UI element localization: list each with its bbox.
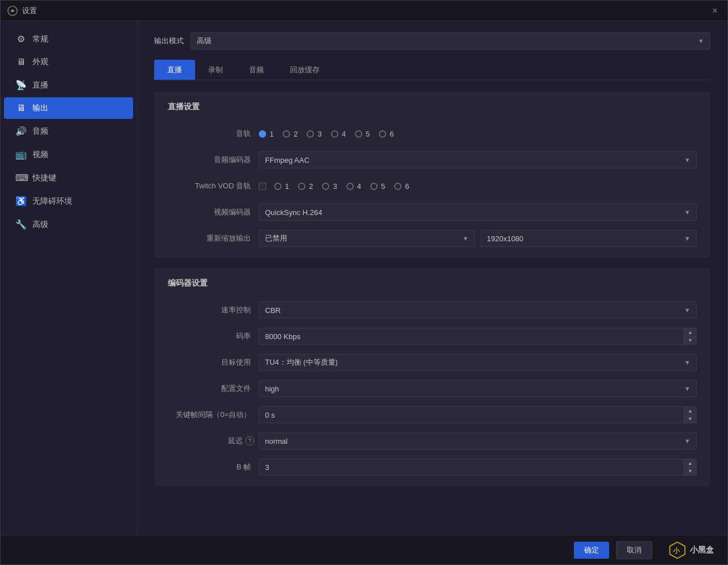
bitrate-value[interactable]: 8000 Kbps	[259, 328, 684, 344]
profile-arrow: ▼	[684, 385, 690, 392]
twitch-vod-6-label: 6	[405, 182, 409, 191]
rescale-output-select[interactable]: 已禁用 ▼	[259, 230, 475, 247]
bframes-increment-button[interactable]: ▲	[684, 459, 696, 468]
accessibility-icon: ♿	[15, 196, 27, 207]
bframes-spinbox: 3 ▲ ▼	[259, 459, 697, 476]
latency-value: normal	[265, 437, 288, 446]
main-panel: 输出模式 高级 ▼ 直播 录制 音频 回放缓存 直播设置 音轨	[137, 21, 727, 535]
bframes-value[interactable]: 3	[259, 459, 684, 475]
bitrate-increment-button[interactable]: ▲	[684, 328, 696, 337]
twitch-vod-2-label: 2	[309, 182, 313, 191]
logo-icon: 小	[668, 541, 686, 559]
close-button[interactable]: ×	[709, 5, 721, 17]
twitch-vod-5-radio[interactable]	[370, 183, 378, 190]
sidebar-item-video[interactable]: 📺 视频	[4, 143, 133, 166]
sidebar-item-stream[interactable]: 📡 直播	[4, 74, 133, 96]
twitch-vod-1-label: 1	[285, 182, 289, 191]
rescale-resolution-select[interactable]: 1920x1080 ▼	[481, 230, 697, 247]
target-usage-control: TU4：均衡 (中等质量) ▼	[259, 354, 697, 371]
target-usage-row: 目标使用 TU4：均衡 (中等质量) ▼	[168, 353, 697, 372]
tab-stream[interactable]: 直播	[154, 60, 195, 80]
audio-icon: 🔊	[15, 126, 27, 137]
sidebar-label-stream: 直播	[32, 80, 48, 90]
audio-encoder-select[interactable]: FFmpeg AAC ▼	[259, 151, 697, 168]
sidebar-label-video: 视频	[32, 150, 48, 160]
profile-select[interactable]: high ▼	[259, 380, 697, 397]
sidebar-item-general[interactable]: ⚙ 常规	[4, 28, 133, 50]
svg-text:小: 小	[672, 547, 680, 555]
audio-encoder-arrow: ▼	[684, 156, 690, 163]
target-usage-value: TU4：均衡 (中等质量)	[265, 357, 338, 368]
video-encoder-select[interactable]: QuickSync H.264 ▼	[259, 204, 697, 221]
sidebar-item-advanced[interactable]: 🔧 高级	[4, 213, 133, 236]
sidebar-label-accessibility: 无障碍环境	[32, 196, 72, 207]
latency-row: 延迟 ? normal ▼	[168, 432, 697, 450]
twitch-vod-4-label: 4	[357, 182, 361, 191]
audio-track-label: 音轨	[168, 129, 259, 139]
confirm-button[interactable]: 确定	[574, 542, 609, 559]
twitch-vod-6-radio[interactable]	[394, 183, 402, 190]
bframes-row: B 帧 3 ▲ ▼	[168, 458, 697, 476]
twitch-vod-checkbox[interactable]	[259, 183, 266, 190]
keyframe-label: 关键帧间隔（0=自动）	[168, 410, 259, 420]
audio-track-1-radio[interactable]	[259, 130, 266, 138]
keyframe-decrement-button[interactable]: ▼	[684, 415, 696, 423]
profile-control: high ▼	[259, 380, 697, 397]
twitch-vod-2-radio[interactable]	[298, 183, 305, 190]
tabs-bar: 直播 录制 音频 回放缓存	[154, 60, 710, 80]
sidebar-item-audio[interactable]: 🔊 音频	[4, 120, 133, 142]
latency-select[interactable]: normal ▼	[259, 432, 697, 449]
video-encoder-label: 视频编码器	[168, 207, 259, 217]
tab-audio[interactable]: 音频	[236, 60, 277, 80]
audio-track-6-radio[interactable]	[379, 130, 386, 138]
rescale-output-control: 已禁用 ▼ 1920x1080 ▼	[259, 230, 697, 247]
twitch-vod-3-radio[interactable]	[322, 183, 329, 190]
sidebar-item-accessibility[interactable]: ♿ 无障碍环境	[4, 190, 133, 212]
output-mode-label: 输出模式	[154, 36, 184, 46]
target-usage-label: 目标使用	[168, 357, 259, 368]
cancel-button[interactable]: 取消	[616, 541, 652, 559]
sidebar-label-hotkeys: 快捷键	[32, 173, 56, 183]
audio-track-4-radio[interactable]	[331, 130, 338, 138]
video-encoder-value: QuickSync H.264	[265, 208, 322, 217]
rescale-resolution-value: 1920x1080	[487, 234, 523, 243]
audio-track-2-label: 2	[293, 130, 297, 138]
bframes-decrement-button[interactable]: ▼	[684, 468, 696, 476]
latency-arrow: ▼	[684, 438, 690, 444]
keyframe-value[interactable]: 0 s	[259, 407, 684, 423]
profile-label: 配置文件	[168, 383, 259, 394]
sidebar-item-hotkeys[interactable]: ⌨ 快捷键	[4, 167, 133, 189]
stream-icon: 📡	[15, 80, 27, 90]
rate-control-label: 速率控制	[168, 305, 259, 315]
stream-settings-title: 直播设置	[168, 102, 697, 114]
tab-replay[interactable]: 回放缓存	[277, 60, 333, 80]
twitch-vod-5-label: 5	[381, 182, 385, 191]
output-mode-select[interactable]: 高级 ▼	[191, 32, 710, 50]
twitch-vod-1-radio[interactable]	[274, 183, 282, 190]
bitrate-decrement-button[interactable]: ▼	[684, 337, 696, 345]
rate-control-value: CBR	[265, 306, 280, 315]
audio-track-2-radio[interactable]	[283, 130, 290, 138]
audio-track-5-radio[interactable]	[355, 130, 362, 138]
sidebar-item-appearance[interactable]: 🖥 外观	[4, 51, 133, 73]
video-encoder-row: 视频编码器 QuickSync H.264 ▼	[168, 203, 697, 221]
rate-control-select[interactable]: CBR ▼	[259, 302, 697, 319]
output-mode-arrow: ▼	[698, 38, 704, 44]
twitch-vod-group: 1 2 3 4 5 6	[259, 182, 697, 191]
target-usage-select[interactable]: TU4：均衡 (中等质量) ▼	[259, 354, 697, 371]
twitch-vod-label: Twitch VOD 音轨	[168, 181, 259, 191]
audio-track-6-label: 6	[390, 130, 394, 138]
keyframe-control: 0 s ▲ ▼	[259, 406, 697, 423]
video-icon: 📺	[15, 149, 27, 160]
audio-track-3-radio[interactable]	[307, 130, 314, 138]
twitch-vod-4-radio[interactable]	[346, 183, 354, 190]
bframes-spinbox-buttons: ▲ ▼	[684, 459, 696, 475]
tab-record[interactable]: 录制	[195, 60, 236, 80]
keyframe-increment-button[interactable]: ▲	[684, 407, 696, 415]
latency-label: 延迟 ?	[168, 436, 259, 446]
logo-watermark: 小 小黑盒	[668, 541, 714, 559]
titlebar-title: 设置	[22, 6, 37, 16]
sidebar-item-output[interactable]: 🖥 输出	[4, 97, 133, 119]
latency-help-icon[interactable]: ?	[245, 436, 254, 446]
profile-row: 配置文件 high ▼	[168, 380, 697, 398]
